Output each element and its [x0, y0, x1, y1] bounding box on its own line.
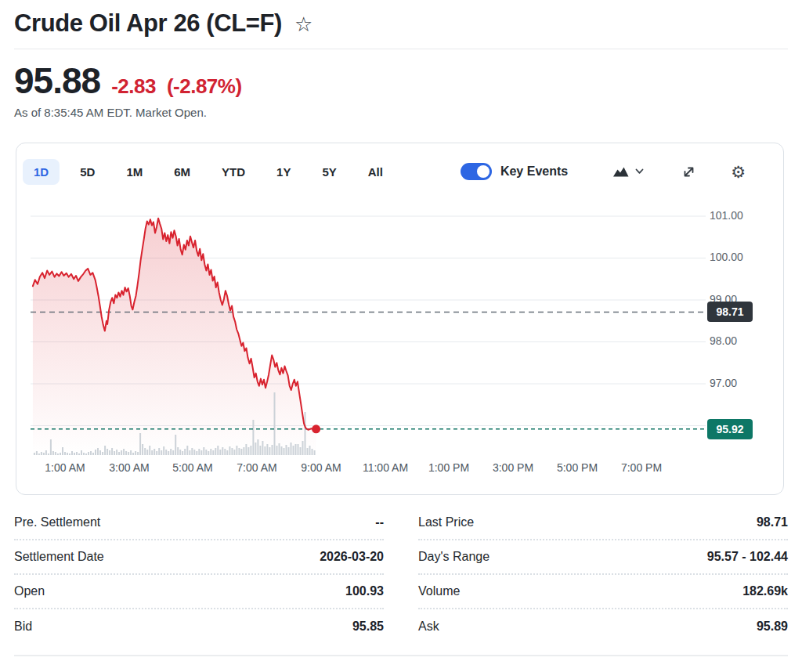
range-button-6m[interactable]: 6M: [163, 159, 201, 185]
mountain-chart-icon: [613, 166, 629, 177]
range-button-1y[interactable]: 1Y: [266, 159, 302, 185]
chevron-down-icon: [635, 168, 644, 175]
stat-value: 100.93: [345, 584, 384, 598]
stat-row-ask: Ask 95.89: [418, 609, 788, 644]
header-divider: [14, 49, 788, 49]
range-button-1d[interactable]: 1D: [23, 159, 60, 185]
x-axis-label: 3:00 AM: [97, 461, 161, 474]
stat-label: Bid: [14, 620, 32, 634]
stat-value: 95.57 - 102.44: [707, 550, 788, 564]
previous-close-badge: 98.71: [707, 302, 753, 322]
stat-row-days-range: Day's Range 95.57 - 102.44: [418, 540, 788, 575]
stat-value: 95.85: [352, 620, 384, 634]
stat-label: Open: [14, 584, 45, 598]
y-axis-label: 97.00: [710, 377, 764, 389]
current-price: 95.88: [14, 60, 100, 102]
settings-button[interactable]: ⚙: [731, 164, 746, 180]
key-events-toggle[interactable]: [461, 163, 492, 180]
stats-left-column: Pre. Settlement -- Settlement Date 2026-…: [14, 506, 384, 644]
x-axis-label: 1:00 PM: [417, 461, 481, 474]
star-icon[interactable]: ☆: [294, 14, 312, 34]
stat-label: Volume: [418, 584, 460, 598]
fullscreen-button[interactable]: [681, 164, 696, 179]
chart-toolbar: 1D 5D 1M 6M YTD 1Y 5Y All Key Events: [16, 154, 783, 189]
expand-icon: [681, 164, 696, 179]
x-axis-label: 1:00 AM: [33, 461, 97, 474]
as-of-timestamp: As of 8:35:45 AM EDT. Market Open.: [14, 106, 242, 119]
stat-row-settlement-date: Settlement Date 2026-03-20: [14, 540, 384, 575]
quote-header: Crude Oil Apr 26 (CL=F) ☆: [14, 9, 312, 38]
stat-label: Last Price: [418, 515, 474, 529]
x-axis-label: 5:00 PM: [545, 461, 609, 474]
stat-label: Settlement Date: [14, 550, 104, 564]
y-axis-label: 100.00: [710, 251, 764, 263]
y-axis-label: 98.00: [710, 334, 764, 347]
range-button-all[interactable]: All: [357, 159, 394, 185]
last-price-badge: 95.92: [707, 419, 753, 439]
stat-row-bid: Bid 95.85: [14, 609, 384, 644]
stat-row-pre-settlement: Pre. Settlement --: [14, 506, 384, 540]
quote-summary: 95.88 -2.83 (-2.87%) As of 8:35:45 AM ED…: [14, 60, 242, 119]
chart-type-button[interactable]: [613, 166, 644, 177]
stats-right-column: Last Price 98.71 Day's Range 95.57 - 102…: [418, 506, 788, 644]
price-change-percent: (-2.87%): [167, 74, 242, 99]
range-selector: 1D 5D 1M 6M YTD 1Y 5Y All: [23, 159, 403, 185]
x-axis-label: 11:00 AM: [353, 461, 417, 474]
stat-row-volume: Volume 182.69k: [418, 575, 788, 609]
x-axis-label: 5:00 AM: [161, 461, 225, 474]
stat-value: 182.69k: [742, 584, 788, 598]
range-button-5d[interactable]: 5D: [69, 159, 106, 185]
stat-label: Ask: [418, 620, 439, 634]
stat-value: 2026-03-20: [320, 550, 384, 564]
stat-value: --: [375, 515, 384, 529]
stat-row-last-price: Last Price 98.71: [418, 506, 788, 540]
x-axis-label: 9:00 AM: [289, 461, 353, 474]
x-axis-label: 7:00 AM: [225, 461, 289, 474]
page-title: Crude Oil Apr 26 (CL=F): [14, 9, 282, 38]
key-events-label: Key Events: [500, 164, 568, 179]
stat-label: Day's Range: [418, 550, 490, 564]
stat-value: 98.71: [757, 515, 788, 529]
range-button-1m[interactable]: 1M: [115, 159, 154, 185]
toggle-knob: [477, 165, 490, 178]
price-change: -2.83: [111, 74, 156, 99]
quote-statistics: Pre. Settlement -- Settlement Date 2026-…: [14, 506, 788, 644]
chart-card: 1D 5D 1M 6M YTD 1Y 5Y All Key Events: [16, 143, 784, 495]
x-axis-label: 7:00 PM: [609, 461, 674, 474]
price-chart-svg[interactable]: [16, 143, 783, 494]
range-button-ytd[interactable]: YTD: [211, 159, 256, 185]
bottom-divider: [14, 655, 788, 656]
gear-icon: ⚙: [731, 164, 746, 180]
stat-label: Pre. Settlement: [14, 515, 100, 529]
y-axis-label: 101.00: [710, 209, 764, 222]
stat-row-open: Open 100.93: [14, 575, 384, 609]
range-button-5y[interactable]: 5Y: [311, 159, 347, 185]
x-axis-label: 3:00 PM: [481, 461, 545, 474]
stat-value: 95.89: [757, 620, 788, 634]
